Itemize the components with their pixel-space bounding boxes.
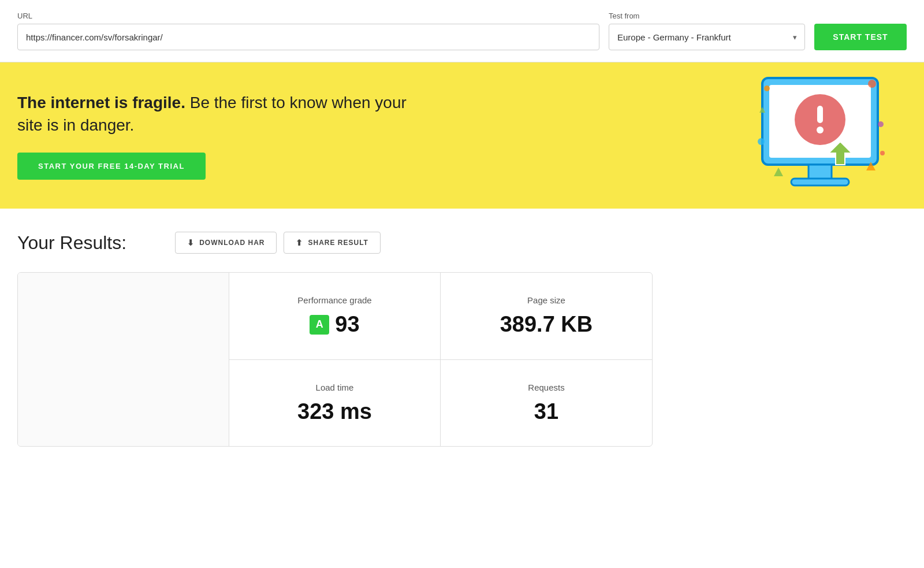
svg-rect-5: [817, 106, 823, 123]
svg-point-13: [878, 121, 884, 127]
results-actions: ⬇ DOWNLOAD HAR ⬆ SHARE RESULT: [175, 232, 381, 254]
page-size-value: 389.7 KB: [500, 312, 593, 337]
test-from-group: Test from Europe - Germany - Frankfurt U…: [609, 12, 805, 50]
performance-grade-card: Performance grade A 93: [229, 273, 441, 360]
performance-grade-number: 93: [335, 312, 359, 337]
requests-card: Requests 31: [441, 360, 652, 447]
results-left-card: [18, 273, 229, 446]
grade-badge: A: [310, 315, 329, 335]
page-size-label: Page size: [527, 295, 565, 305]
download-har-label: DOWNLOAD HAR: [199, 239, 264, 247]
results-header: Your Results: ⬇ DOWNLOAD HAR ⬆ SHARE RES…: [17, 232, 907, 254]
share-result-button[interactable]: ⬆ SHARE RESULT: [284, 232, 380, 254]
test-from-label: Test from: [609, 12, 805, 20]
svg-point-10: [758, 138, 765, 145]
share-icon: ⬆: [296, 238, 303, 247]
trial-button[interactable]: START YOUR FREE 14-DAY TRIAL: [17, 153, 206, 180]
url-label: URL: [17, 12, 599, 20]
requests-label: Requests: [528, 383, 564, 392]
load-time-card: Load time 323 ms: [229, 360, 441, 447]
banner-section: The internet is fragile. Be the first to…: [0, 62, 924, 209]
start-test-button[interactable]: START TEST: [814, 24, 907, 50]
results-section: Your Results: ⬇ DOWNLOAD HAR ⬆ SHARE RES…: [0, 209, 924, 470]
svg-rect-3: [791, 179, 849, 185]
download-icon: ⬇: [187, 238, 195, 247]
banner-content: The internet is fragile. Be the first to…: [17, 91, 433, 180]
svg-marker-11: [774, 168, 783, 176]
requests-value: 31: [534, 399, 558, 424]
svg-point-9: [868, 80, 876, 88]
url-group: URL: [17, 12, 599, 50]
results-title: Your Results:: [17, 232, 126, 254]
monitor-illustration: [751, 72, 889, 199]
results-grid: Performance grade A 93 Page size 389.7 K…: [17, 272, 653, 447]
url-input[interactable]: [17, 24, 599, 50]
test-from-wrapper: Europe - Germany - Frankfurt US - East -…: [609, 24, 805, 50]
share-result-label: SHARE RESULT: [308, 239, 368, 247]
banner-headline: The internet is fragile. Be the first to…: [17, 91, 433, 136]
performance-grade-label: Performance grade: [297, 295, 371, 305]
banner-headline-bold: The internet is fragile.: [17, 94, 185, 112]
header-section: URL Test from Europe - Germany - Frankfu…: [0, 0, 924, 62]
load-time-value: 323 ms: [297, 399, 372, 424]
performance-grade-value: A 93: [310, 312, 359, 337]
download-har-button[interactable]: ⬇ DOWNLOAD HAR: [175, 232, 277, 254]
test-from-select[interactable]: Europe - Germany - Frankfurt US - East -…: [609, 24, 805, 50]
load-time-label: Load time: [316, 383, 354, 392]
svg-point-15: [880, 151, 885, 155]
svg-point-8: [764, 86, 770, 91]
svg-point-6: [817, 127, 824, 133]
page-size-card: Page size 389.7 KB: [441, 273, 652, 360]
